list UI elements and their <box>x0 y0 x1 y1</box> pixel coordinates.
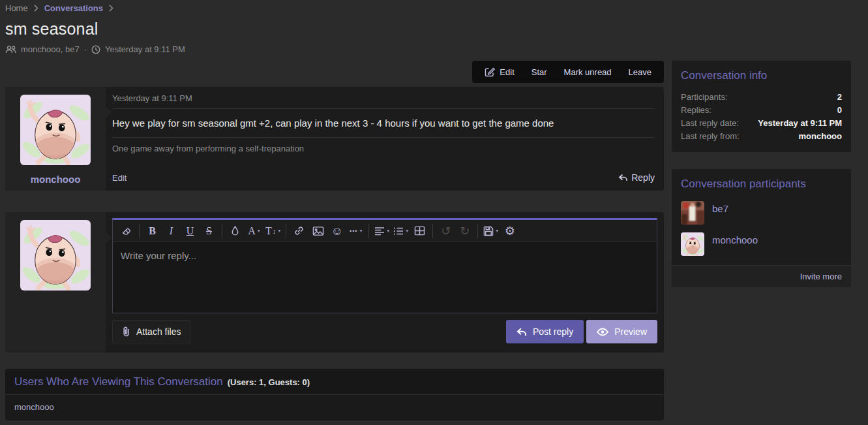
meta-separator: · <box>84 44 87 55</box>
caret-down-icon: ▾ <box>278 228 280 234</box>
remove-formatting-button[interactable] <box>117 222 136 240</box>
message-content: Yesterday at 9:11 PM Hey we play for sm … <box>106 87 664 191</box>
more-options-button[interactable]: •••▾ <box>346 222 365 240</box>
conversation-info-title: Conversation info <box>672 61 851 85</box>
redo-button[interactable]: ↻ <box>455 222 474 240</box>
conversation-info-block: Conversation info Participants: 2 Replie… <box>672 61 851 152</box>
caret-down-icon: ▾ <box>496 228 498 234</box>
conversation-participants-block: Conversation participants be7 monchooo <box>672 169 851 287</box>
reply-editor-block: B I U S A▾ T↕▾ <box>5 212 664 353</box>
insert-smilie-button[interactable]: ☺ <box>327 222 346 240</box>
edit-conversation-button[interactable]: Edit <box>476 67 522 77</box>
users-viewing-title: Users Who Are Viewing This Conversation <box>14 375 223 388</box>
underline-button[interactable]: U <box>181 222 200 240</box>
strikethrough-button[interactable]: S <box>200 222 218 240</box>
chevron-right-icon <box>34 5 38 12</box>
caret-down-icon: ▾ <box>258 228 260 234</box>
mark-unread-button[interactable]: Mark unread <box>556 67 620 77</box>
post-reply-button[interactable]: Post reply <box>506 320 584 343</box>
editor-area: B I U S A▾ T↕▾ <box>106 212 664 353</box>
avatar-monchooo[interactable] <box>20 95 91 165</box>
edit-pencil-icon <box>485 67 495 77</box>
undo-button[interactable]: ↺ <box>436 222 455 240</box>
insert-table-button[interactable] <box>410 222 429 240</box>
insert-link-button[interactable] <box>290 222 308 240</box>
avatar-be7[interactable] <box>681 201 704 225</box>
text-color-button[interactable] <box>226 222 245 240</box>
info-row-replies: Replies: 0 <box>681 104 842 117</box>
message-author-link[interactable]: monchooo <box>31 174 81 185</box>
conversation-message: monchooo Yesterday at 9:11 PM Hey we pla… <box>5 87 664 191</box>
list-button[interactable]: ▾ <box>391 222 410 240</box>
participant-monchooo: monchooo <box>681 232 842 256</box>
italic-button[interactable]: I <box>162 222 181 240</box>
info-row-participants: Participants: 2 <box>681 91 842 104</box>
participant-be7: be7 <box>681 201 842 225</box>
participant-name-link[interactable]: monchooo <box>712 232 758 245</box>
conversation-action-bar: Edit Star Mark unread Leave <box>472 61 664 83</box>
font-size-button[interactable]: T↕▾ <box>263 222 282 240</box>
message-body: Hey we play for sm seasonal gmt +2, can … <box>112 109 655 138</box>
reply-arrow-icon <box>516 327 527 337</box>
chevron-right-icon <box>109 5 113 12</box>
info-row-last-reply-date: Last reply date: Yesterday at 9:11 PM <box>681 117 842 130</box>
editor-toolbar: B I U S A▾ T↕▾ <box>113 220 657 242</box>
star-conversation-button[interactable]: Star <box>523 67 556 77</box>
breadcrumb: Home Conversations <box>5 0 851 13</box>
eye-icon <box>597 328 608 336</box>
main-column: Edit Star Mark unread Leave <box>5 61 664 420</box>
clock-icon <box>91 45 100 54</box>
conversation-meta: monchooo, be7 · Yesterday at 9:11 PM <box>5 44 851 55</box>
reply-arrow-icon <box>618 173 628 182</box>
viewing-user-link[interactable]: monchooo <box>5 395 664 420</box>
caret-down-icon: ▾ <box>406 228 408 234</box>
meta-timestamp: Yesterday at 9:11 PM <box>105 44 185 55</box>
conversation-page: Home Conversations sm seasonal monchooo,… <box>0 0 868 420</box>
breadcrumb-conversations-link[interactable]: Conversations <box>44 3 103 13</box>
message-reply-link[interactable]: Reply <box>618 172 655 183</box>
reply-input[interactable]: Write your reply... <box>113 242 657 313</box>
preview-button[interactable]: Preview <box>586 320 657 343</box>
insert-image-button[interactable] <box>308 222 327 240</box>
participants-title: Conversation participants <box>672 169 851 193</box>
info-row-last-reply-from: Last reply from: monchooo <box>681 130 842 143</box>
meta-participants: monchooo, be7 <box>21 44 80 55</box>
bold-button[interactable]: B <box>143 222 162 240</box>
alignment-button[interactable]: ▾ <box>372 222 391 240</box>
message-edit-link[interactable]: Edit <box>112 173 127 183</box>
sidebar: Conversation info Participants: 2 Replie… <box>672 61 851 420</box>
paperclip-icon <box>122 326 130 337</box>
message-author-cell: monchooo <box>5 87 106 191</box>
users-viewing-counts: (Users: 1, Guests: 0) <box>228 377 310 387</box>
avatar-monchooo[interactable] <box>20 220 91 291</box>
users-viewing-block: Users Who Are Viewing This Conversation … <box>5 369 664 420</box>
caret-down-icon: ▾ <box>387 228 389 234</box>
editor-settings-button[interactable]: ⚙ <box>500 222 519 240</box>
breadcrumb-home-link[interactable]: Home <box>5 3 28 13</box>
invite-more-link[interactable]: Invite more <box>672 265 851 287</box>
leave-conversation-button[interactable]: Leave <box>620 67 660 77</box>
attach-files-button[interactable]: Attach files <box>112 320 190 343</box>
message-signature: One game away from performing a self-tre… <box>112 138 655 159</box>
editor-avatar-cell <box>5 212 106 353</box>
drafts-button[interactable]: ▾ <box>481 222 500 240</box>
participants-icon <box>5 45 16 54</box>
font-family-button[interactable]: A▾ <box>245 222 263 240</box>
caret-down-icon: ▾ <box>360 228 363 234</box>
message-timestamp-link[interactable]: Yesterday at 9:11 PM <box>112 87 655 109</box>
participant-name-link[interactable]: be7 <box>712 201 728 214</box>
page-title: sm seasonal <box>5 20 851 39</box>
avatar-monchooo[interactable] <box>681 232 704 256</box>
